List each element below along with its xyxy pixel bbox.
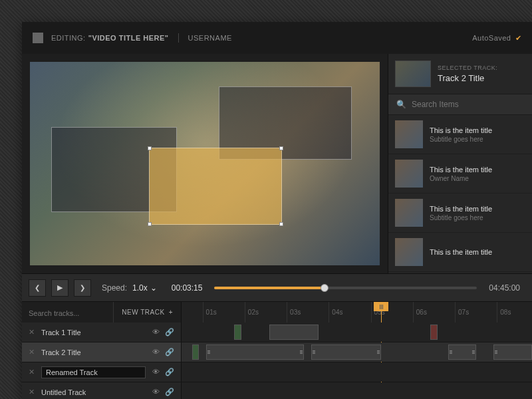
track-row: ✕ Renamed Track 👁 🔗 xyxy=(22,362,532,382)
track-row: ✕ Track 1 Title 👁 🔗 xyxy=(22,323,532,342)
current-time: 00:03:15 xyxy=(172,283,203,293)
scrubber[interactable] xyxy=(214,287,477,289)
track-name[interactable]: Untitled Track xyxy=(41,388,146,396)
username: USERNAME xyxy=(188,34,232,42)
list-item[interactable]: This is the item title Owner Name xyxy=(388,154,532,194)
track-lane[interactable] xyxy=(182,323,532,342)
eye-icon[interactable]: 👁 xyxy=(152,388,160,396)
track-name[interactable]: Track 1 Title xyxy=(41,329,146,336)
speed-dropdown[interactable]: 1.0x ⌄ xyxy=(132,283,157,293)
clip[interactable] xyxy=(448,344,476,360)
close-icon[interactable]: ✕ xyxy=(29,328,35,336)
new-track-button[interactable]: NEW TRACK + xyxy=(113,302,181,323)
items-list[interactable]: This is the item title Subtitle goes her… xyxy=(388,115,532,273)
close-icon[interactable]: ✕ xyxy=(29,348,35,356)
close-icon[interactable]: ✕ xyxy=(29,388,35,396)
search-tracks[interactable] xyxy=(22,307,113,319)
list-item[interactable]: This is the item title xyxy=(388,233,532,272)
timeline-ruler[interactable]: 01s 02s 03s 04s 05s 06s 07s 08s xyxy=(182,302,532,323)
editing-label: EDITING: xyxy=(51,34,86,42)
new-track-label: NEW TRACK xyxy=(122,309,164,316)
autosaved-label: AutoSaved xyxy=(472,34,511,42)
overlay-region-selected[interactable] xyxy=(149,148,282,225)
clip[interactable] xyxy=(311,344,381,360)
resize-handle[interactable] xyxy=(148,146,152,150)
resize-handle[interactable] xyxy=(279,222,283,226)
track-lane[interactable] xyxy=(182,342,532,362)
item-thumb xyxy=(395,199,423,227)
main: SELECTED TRACK: Track 2 Title 🔍 This is … xyxy=(22,54,532,273)
search-tracks-input[interactable] xyxy=(29,309,106,317)
clip[interactable] xyxy=(192,344,200,360)
track-row: ✕ Untitled Track 👁 🔗 xyxy=(22,382,532,399)
ruler-tick: 08s xyxy=(497,302,511,323)
item-title: This is the item title xyxy=(430,126,492,134)
clip[interactable] xyxy=(269,325,319,340)
track-head: ✕ Untitled Track 👁 🔗 xyxy=(22,382,182,399)
selected-track-title: Track 2 Title xyxy=(438,73,497,83)
play-button[interactable]: ▶ xyxy=(51,279,68,297)
playhead[interactable] xyxy=(374,302,388,311)
playback-controls: ❮ ▶ ❯ Speed: 1.0x ⌄ 00:03:15 04:45:00 xyxy=(22,273,532,301)
autosaved-status: AutoSaved ✔ xyxy=(472,34,521,43)
ruler-tick: 04s xyxy=(329,302,342,323)
track-name[interactable]: Track 2 Title xyxy=(41,348,146,356)
ruler-tick: 01s xyxy=(203,302,217,323)
selected-track-panel: SELECTED TRACK: Track 2 Title xyxy=(388,54,532,94)
eye-icon[interactable]: 👁 xyxy=(152,348,160,356)
scrubber-fill xyxy=(214,287,325,289)
resize-handle[interactable] xyxy=(279,146,283,150)
prev-button[interactable]: ❮ xyxy=(29,279,46,297)
item-subtitle: Owner Name xyxy=(430,175,492,182)
speed-label: Speed: xyxy=(102,283,127,293)
item-title: This is the item title xyxy=(430,248,492,256)
track-lane[interactable] xyxy=(182,362,532,382)
resize-handle[interactable] xyxy=(148,222,152,226)
tracks: ✕ Track 1 Title 👁 🔗 ✕ Track 2 Title 👁 🔗 xyxy=(22,323,532,399)
preview-canvas[interactable] xyxy=(30,62,380,265)
clip[interactable] xyxy=(430,325,438,340)
track-head: ✕ Track 1 Title 👁 🔗 xyxy=(22,323,182,342)
link-icon[interactable]: 🔗 xyxy=(165,388,174,396)
track-head: ✕ Track 2 Title 👁 🔗 xyxy=(22,342,182,362)
item-subtitle: Subtitle goes here xyxy=(430,136,492,143)
track-name-input[interactable]: Renamed Track xyxy=(41,366,146,378)
app-logo xyxy=(33,33,43,43)
sidebar-search[interactable]: 🔍 xyxy=(388,94,532,115)
list-item[interactable]: This is the item title Subtitle goes her… xyxy=(388,194,532,233)
search-input[interactable] xyxy=(412,100,524,109)
eye-icon[interactable]: 👁 xyxy=(152,368,160,376)
selected-track-thumb xyxy=(395,61,431,87)
next-button[interactable]: ❯ xyxy=(74,279,91,297)
track-row: ✕ Track 2 Title 👁 🔗 xyxy=(22,342,532,362)
ruler-tick: 06s xyxy=(413,302,427,323)
link-icon[interactable]: 🔗 xyxy=(165,368,174,376)
selected-track-label: SELECTED TRACK: xyxy=(438,65,497,71)
link-icon[interactable]: 🔗 xyxy=(165,328,174,336)
track-lane[interactable] xyxy=(182,382,532,399)
ruler-tick: 07s xyxy=(455,302,469,323)
item-thumb xyxy=(395,120,423,148)
item-thumb xyxy=(395,238,423,266)
sidebar: SELECTED TRACK: Track 2 Title 🔍 This is … xyxy=(388,54,532,273)
divider xyxy=(178,33,179,43)
link-icon[interactable]: 🔗 xyxy=(165,348,174,356)
clip[interactable] xyxy=(493,344,532,360)
item-title: This is the item title xyxy=(430,166,492,174)
eye-icon[interactable]: 👁 xyxy=(152,328,160,336)
clip[interactable] xyxy=(206,344,305,360)
chevron-down-icon: ⌄ xyxy=(150,283,157,293)
search-icon: 🔍 xyxy=(396,100,406,109)
ruler-tick: 02s xyxy=(245,302,259,323)
list-item[interactable]: This is the item title Subtitle goes her… xyxy=(388,115,532,154)
item-thumb xyxy=(395,160,423,188)
scrubber-handle[interactable] xyxy=(321,284,329,292)
item-subtitle: Subtitle goes here xyxy=(430,214,492,221)
topbar: EDITING: "VIDEO TITLE HERE" USERNAME Aut… xyxy=(22,22,532,54)
track-controls-header: NEW TRACK + xyxy=(22,302,182,323)
close-icon[interactable]: ✕ xyxy=(29,368,35,376)
preview-panel xyxy=(22,54,388,273)
video-title: "VIDEO TITLE HERE" xyxy=(88,34,169,42)
clip[interactable] xyxy=(234,325,241,340)
app-window: EDITING: "VIDEO TITLE HERE" USERNAME Aut… xyxy=(22,22,532,399)
